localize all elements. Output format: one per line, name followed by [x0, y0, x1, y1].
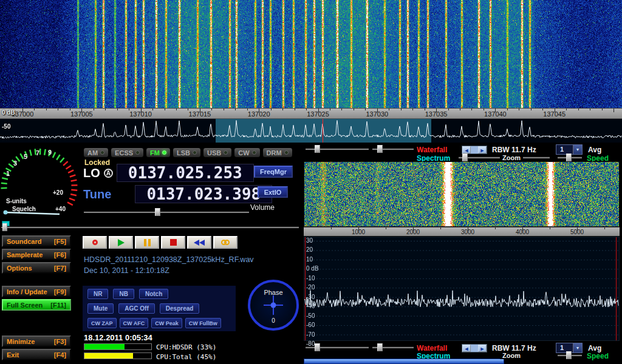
dsp-mute-button[interactable]: Mute: [87, 303, 114, 314]
fullscreen-button[interactable]: Full Screen [F11]: [2, 299, 71, 311]
mode-led-icon: [224, 150, 228, 155]
cpu-hdsdr-bar-fill: [84, 344, 125, 349]
rewind-button[interactable]: [187, 236, 211, 249]
options-button-label: Options: [7, 265, 32, 272]
minimize-button[interactable]: Minimize [F3]: [2, 335, 71, 347]
af-frequency-scale[interactable]: 10002000300040005000: [304, 227, 620, 236]
squelch-slider[interactable]: [1, 223, 299, 231]
tune-frequency-value[interactable]: 0137.023.398: [135, 185, 272, 203]
rf-waterfall-contrast-slider[interactable]: [372, 145, 414, 153]
play-button[interactable]: [109, 236, 133, 249]
scale-tick: [602, 109, 603, 110]
extio-button[interactable]: ExtIO: [258, 186, 288, 198]
frequency-label: 2000: [406, 229, 420, 235]
af-waterfall-contrast-slider[interactable]: [372, 343, 414, 351]
af-waterfall-label[interactable]: Waterfall: [417, 344, 447, 352]
scale-tick: [401, 109, 402, 110]
lo-badge: A: [104, 169, 113, 178]
stop-button[interactable]: [161, 236, 185, 249]
scale-tick: [354, 109, 354, 110]
fullscreen-button-label: Full Screen: [7, 302, 43, 309]
scale-tick: [330, 109, 330, 110]
rf-rbw-label: RBW 11.7 Hz: [492, 146, 536, 154]
dsp-row: MuteAGC OffDespread: [87, 303, 231, 314]
af-spectrum-display[interactable]: 3020100 dB-10-20-30-40-50-60-70-80: [304, 237, 620, 341]
dsp-cw-fullbw-button[interactable]: CW FullBw: [185, 318, 221, 328]
mode-lsb-button[interactable]: LSB: [173, 147, 201, 158]
rf-waterfall-label[interactable]: Waterfall: [417, 146, 447, 154]
scale-tick: [105, 109, 106, 110]
rf-spectrum-display[interactable]: [0, 119, 622, 143]
rf-waterfall-display[interactable]: [0, 0, 622, 108]
lo-frequency-value[interactable]: 0137.025.253: [117, 164, 254, 182]
af-waterfall-brightness-slider[interactable]: [306, 343, 369, 351]
mode-cw-button[interactable]: CW: [234, 147, 260, 158]
freqmgr-button[interactable]: FreqMgr: [254, 166, 293, 178]
main-frequency-scale[interactable]: 1370001370051370101370151370201370251370…: [0, 108, 622, 119]
soundcard-button[interactable]: Soundcard [F5]: [2, 235, 71, 247]
frequency-label: 137045: [543, 110, 566, 118]
scale-tick: [507, 109, 508, 110]
dsp-nb-button[interactable]: NB: [113, 289, 134, 299]
frequency-label: 1000: [352, 229, 365, 235]
af-waterfall-display[interactable]: [304, 161, 620, 227]
mode-fm-button[interactable]: FM: [146, 147, 171, 158]
mode-usb-button[interactable]: USB: [203, 147, 232, 158]
dsp-cw-afc-button[interactable]: CW AFC: [120, 318, 149, 328]
db-label: -60: [306, 322, 315, 328]
af-zoom-bar[interactable]: [304, 359, 504, 364]
squelch-slider-handle[interactable]: [2, 223, 7, 231]
dsp-nr-button[interactable]: NR: [87, 289, 108, 299]
arrow-right-icon[interactable]: ►: [478, 146, 487, 153]
mode-led-icon: [284, 150, 289, 155]
chevron-down-icon[interactable]: ▼: [573, 145, 582, 154]
volume-slider[interactable]: [84, 208, 249, 216]
frequency-label: 137035: [425, 110, 448, 118]
rf-speed-slider[interactable]: [558, 153, 582, 161]
dsp-row: CW ZAPCW AFCCW PeakCW FullBw: [87, 318, 231, 328]
db-label: 10: [306, 256, 313, 263]
scale-tick: [341, 109, 342, 110]
arrow-left-icon[interactable]: ◄: [462, 345, 471, 352]
af-scroll-widget[interactable]: ◄ ►: [462, 344, 487, 352]
mode-ecss-button[interactable]: ECSS: [111, 147, 144, 158]
clock: 18.12.2011 0:05:34: [84, 333, 152, 342]
mode-led-icon: [252, 150, 256, 155]
af-speed-slider[interactable]: [558, 351, 582, 359]
recording-filename: HDSDR_20111210_120938Z_137025kHz_RF.wav: [84, 255, 254, 264]
volume-slider-handle[interactable]: [155, 208, 160, 216]
dsp-despread-button[interactable]: Despread: [160, 303, 200, 314]
mode-label: DRM: [267, 149, 282, 157]
mode-am-button[interactable]: AM: [83, 147, 109, 158]
scale-tick: [412, 109, 413, 110]
scale-tick: [165, 109, 165, 110]
arrow-right-icon[interactable]: ►: [478, 345, 487, 352]
scale-tick: [578, 109, 579, 110]
info-update-button[interactable]: Info / Update [F9]: [2, 286, 71, 297]
exit-button[interactable]: Exit [F4]: [2, 349, 71, 360]
arrow-left-icon[interactable]: ◄: [462, 146, 471, 153]
scale-tick: [34, 109, 35, 110]
volume-label: Volume: [250, 203, 275, 212]
phase-indicator[interactable]: Phase 0: [248, 280, 299, 331]
lo-frequency-row: LO A 0137.025.253: [83, 164, 254, 182]
pause-button[interactable]: [135, 236, 159, 249]
dsp-agc-off-button[interactable]: AGC Off: [118, 303, 154, 314]
options-button[interactable]: Options [F7]: [2, 262, 71, 274]
mode-drm-button[interactable]: DRM: [262, 147, 293, 158]
mode-led-icon: [100, 150, 104, 155]
db-label: -10: [306, 275, 315, 281]
rf-waterfall-brightness-slider[interactable]: [306, 145, 369, 153]
cpu-total-bar-fill: [84, 353, 133, 359]
rf-scroll-widget[interactable]: ◄ ►: [462, 146, 487, 154]
squelch-label[interactable]: Squelch: [12, 206, 36, 212]
dsp-cw-zap-button[interactable]: CW ZAP: [87, 318, 117, 328]
dsp-notch-button[interactable]: Notch: [139, 289, 168, 299]
af-waterfall-canvas: [304, 162, 619, 226]
loop-button[interactable]: [213, 236, 238, 249]
af-avg-label: Avg: [588, 344, 601, 352]
dsp-cw-peak-button[interactable]: CW Peak: [151, 318, 182, 328]
samplerate-button[interactable]: Samplerate [F6]: [2, 249, 71, 260]
pause-icon: [144, 239, 151, 246]
record-button[interactable]: [83, 236, 107, 249]
